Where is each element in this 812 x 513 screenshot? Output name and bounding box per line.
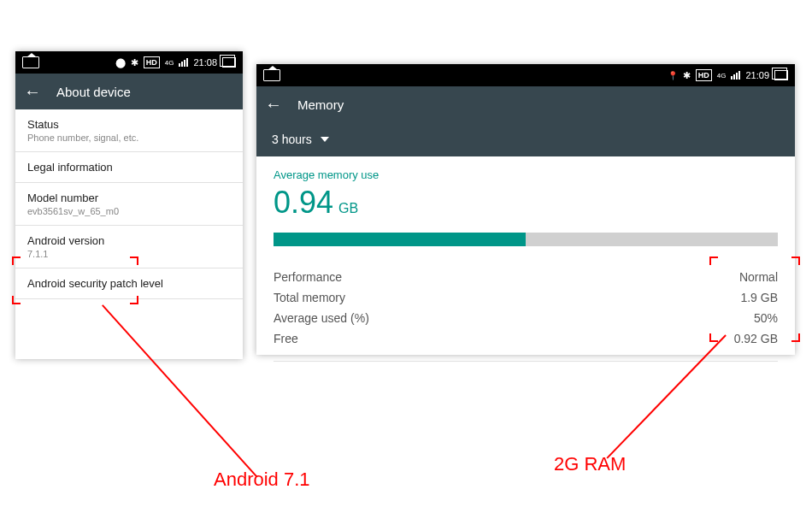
settings-list: Status Phone number, signal, etc. Legal … — [15, 109, 243, 299]
item-title: Android security patch level — [27, 277, 231, 290]
stat-value: Normal — [739, 267, 778, 287]
chevron-down-icon — [321, 137, 329, 142]
list-item[interactable]: Android security patch level — [15, 268, 243, 299]
hd-icon: HD — [144, 56, 160, 68]
annotation-ram: 2G RAM — [554, 453, 626, 475]
stat-row: Free0.92 GB — [274, 328, 778, 349]
bluetooth-icon: ✱ — [683, 70, 691, 81]
item-sub: evb3561sv_w_65_m0 — [27, 206, 231, 216]
stat-label: Total memory — [274, 287, 345, 308]
list-item[interactable]: Android version 7.1.1 — [15, 226, 243, 268]
network-label: 4G — [165, 59, 174, 67]
avg-unit: GB — [338, 201, 358, 216]
clock: 21:08 — [193, 57, 217, 68]
network-label: 4G — [717, 72, 727, 80]
item-title: Status — [27, 118, 231, 131]
item-title: Legal information — [27, 161, 231, 174]
stat-value: 1.9 GB — [740, 287, 778, 308]
back-arrow-icon[interactable]: ← — [24, 83, 41, 100]
list-item[interactable]: Status Phone number, signal, etc. — [15, 109, 243, 152]
list-item[interactable]: Legal information — [15, 152, 243, 183]
status-bar: ⬤ ✱ HD 4G 21:08 — [15, 51, 243, 74]
stat-row: Average used (%)50% — [274, 308, 778, 328]
home-icon — [22, 56, 39, 68]
cascade-icon — [774, 70, 788, 80]
stat-label: Average used (%) — [274, 308, 369, 328]
memory-summary: Average memory use 0.94 GB — [256, 156, 795, 255]
avg-value: 0.94 — [274, 185, 333, 221]
signal-icon — [731, 71, 740, 80]
stat-value: 50% — [754, 308, 778, 328]
signal-icon — [179, 58, 188, 67]
period-selector[interactable]: 3 hours — [256, 122, 795, 156]
status-bar: 📍 ✱ HD 4G 21:09 — [256, 64, 795, 86]
hd-icon: HD — [696, 69, 712, 81]
avg-label: Average memory use — [274, 168, 778, 181]
location-icon: ⬤ — [115, 57, 126, 68]
list-item[interactable]: Model number evb3561sv_w_65_m0 — [15, 183, 243, 226]
cascade-icon — [222, 57, 236, 68]
stat-value: 0.92 GB — [734, 328, 778, 349]
stat-label: Performance — [274, 267, 342, 287]
item-sub: 7.1.1 — [27, 249, 231, 259]
item-sub: Phone number, signal, etc. — [27, 133, 231, 143]
page-title: Memory — [297, 97, 344, 112]
memory-stats: PerformanceNormal Total memory1.9 GB Ave… — [256, 267, 795, 349]
about-device-window: ⬤ ✱ HD 4G 21:08 ← About device Status Ph… — [15, 51, 243, 359]
appbar: ← About device — [15, 74, 243, 109]
clock: 21:09 — [745, 70, 769, 80]
appbar: ← Memory — [256, 86, 795, 122]
home-icon — [263, 69, 280, 81]
memory-bar-fill — [274, 233, 526, 246]
item-title: Model number — [27, 192, 231, 204]
bluetooth-icon: ✱ — [131, 57, 138, 68]
divider — [274, 361, 778, 362]
item-title: Android version — [27, 234, 231, 247]
stat-label: Free — [274, 328, 298, 349]
location-icon: 📍 — [668, 71, 678, 80]
annotation-android: Android 7.1 — [214, 469, 310, 491]
page-title: About device — [56, 85, 131, 99]
period-label: 3 hours — [272, 133, 312, 146]
stat-row: PerformanceNormal — [274, 267, 778, 287]
memory-window: 📍 ✱ HD 4G 21:09 ← Memory 3 hours Average… — [256, 64, 795, 355]
memory-bar — [274, 233, 778, 246]
back-arrow-icon[interactable]: ← — [265, 96, 282, 113]
stat-row: Total memory1.9 GB — [274, 287, 778, 308]
